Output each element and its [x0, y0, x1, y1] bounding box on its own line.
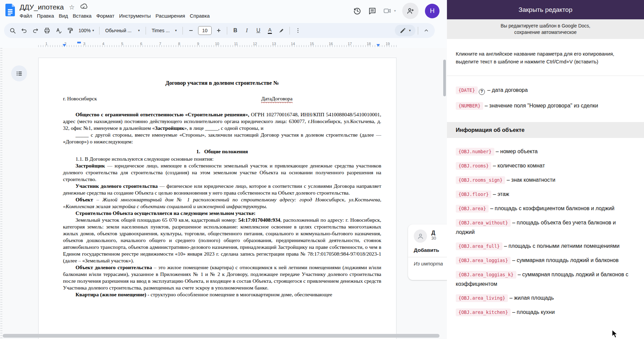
comment-author-avatar: [414, 230, 427, 243]
menu-item[interactable]: Формат: [94, 12, 116, 19]
param-chip[interactable]: {OBJ.area_kitchen}: [456, 308, 511, 316]
document-paragraph[interactable]: Общество с ограниченной ответственностью…: [63, 111, 381, 132]
param-row: {NUMBER} – значение поля "Номер договора…: [456, 101, 635, 111]
bold-button[interactable]: B: [230, 25, 241, 36]
search-menus-icon[interactable]: [7, 25, 18, 36]
redo-button[interactable]: [30, 25, 41, 36]
contract-city[interactable]: г. Новосибирск: [63, 95, 97, 102]
right-indent-marker[interactable]: [377, 44, 380, 47]
comment-add-button[interactable]: Добавить: [414, 247, 447, 253]
share-button[interactable]: [402, 3, 418, 19]
param-description: – дата договора: [487, 87, 528, 93]
menu-item[interactable]: Вид: [57, 12, 70, 19]
star-icon[interactable]: ☆: [69, 4, 74, 11]
document-paragraph[interactable]: Земельный участок общей площадью 65 070 …: [63, 217, 381, 264]
param-chip[interactable]: {OBJ.rooms_sign}: [456, 176, 505, 184]
underline-button[interactable]: U: [253, 25, 264, 36]
param-description: – суммарная площадь лоджий и балконов: [512, 257, 619, 263]
cloud-saved-icon[interactable]: [80, 3, 88, 11]
param-description: – количество комнат: [493, 163, 545, 168]
contract-date-placeholder[interactable]: ДатаДоговора: [261, 95, 293, 102]
comments-icon[interactable]: [368, 7, 377, 15]
highlight-color-icon[interactable]: [276, 25, 287, 36]
document-page[interactable]: Договор участия в долевом строительстве …: [38, 58, 396, 339]
menu-item[interactable]: Правка: [35, 12, 57, 19]
vertical-scrollbar[interactable]: [443, 60, 446, 96]
document-paragraph[interactable]: Объект – Жилой многоквартирный дом № 1 р…: [63, 196, 381, 210]
italic-button[interactable]: I: [241, 25, 253, 36]
font-size-input[interactable]: 10: [198, 26, 212, 35]
object-params-list: {OBJ.number} – номер объекта {OBJ.rooms}…: [456, 147, 635, 317]
meet-video-call-button[interactable]: ▾: [383, 6, 396, 15]
param-row: {OBJ.floor} – этаж: [456, 190, 635, 199]
contract-title[interactable]: Договор участия в долевом строительстве …: [63, 80, 381, 86]
document-paragraph[interactable]: 1. Общие положения: [63, 148, 381, 155]
document-paragraph[interactable]: _____ с другой стороны, вместе именуемые…: [63, 132, 381, 145]
comment-card[interactable]: Д 30 Добавить Из импорта: [408, 224, 447, 280]
menu-bar: ФайлПравкаВидВставкаФорматИнструментыРас…: [17, 12, 212, 19]
panel-divider: [447, 76, 644, 76]
menu-item[interactable]: Файл: [17, 12, 35, 19]
param-chip[interactable]: {OBJ.area_full}: [456, 242, 502, 250]
meet-dropdown-caret[interactable]: ▾: [394, 9, 396, 13]
param-chip[interactable]: {DATE}: [456, 86, 478, 94]
param-chip[interactable]: {OBJ.area_without}: [456, 219, 511, 227]
google-docs-logo-icon[interactable]: [5, 4, 15, 16]
panel-subtitle-line1: Вы редактируете шаблон в Google Docs,: [500, 23, 590, 29]
paragraph-styles-select[interactable]: Обычный ... ▾: [102, 25, 143, 36]
param-chip[interactable]: {OBJ.floor}: [456, 191, 491, 198]
left-indent-marker[interactable]: [63, 44, 66, 47]
show-outline-button[interactable]: [11, 65, 27, 81]
toolbar-separator: [99, 27, 100, 35]
increase-font-size-button[interactable]: [213, 25, 224, 36]
document-paragraph[interactable]: Объект долевого строительства – это жило…: [63, 264, 381, 291]
horizontal-ruler: 12345678910111213141516171819: [0, 40, 447, 48]
menu-item[interactable]: Расширения: [153, 12, 187, 19]
styles-caret: ▾: [138, 29, 140, 32]
document-paragraph[interactable]: Застройщик — юридическое лицо, имеющее в…: [63, 162, 381, 183]
google-docs-app: ДДУ_ипотека ☆ ФайлПравкаВидВставкаФормат…: [0, 0, 447, 339]
document-title[interactable]: ДДУ_ипотека: [20, 3, 64, 11]
menu-item[interactable]: Вставка: [70, 12, 94, 19]
print-button[interactable]: [41, 25, 53, 36]
param-chip[interactable]: {OBJ.area_living}: [456, 294, 508, 302]
param-chip[interactable]: {OBJ.number}: [456, 148, 494, 156]
document-paragraph[interactable]: Квартира (жилое помещение) - структурно …: [63, 291, 381, 298]
paint-format-icon[interactable]: [64, 25, 76, 36]
toolbar: 100% ▾ Обычный ... ▾ Times ... ▾ 10 B I …: [4, 23, 435, 38]
param-row: {OBJ.area} – площадь с коэффициентом бал…: [456, 204, 635, 213]
help-icon[interactable]: ?: [479, 89, 485, 95]
menu-item[interactable]: Справка: [188, 12, 212, 19]
editing-mode-caret: ▾: [409, 29, 411, 32]
font-select[interactable]: Times ... ▾: [148, 25, 180, 36]
param-chip[interactable]: {OBJ.area_loggias}: [456, 257, 511, 264]
mouse-cursor: [611, 330, 619, 339]
param-chip[interactable]: {OBJ.area}: [456, 205, 489, 213]
document-paragraph[interactable]: 1.1. В Договоре используются следующие о…: [63, 156, 381, 162]
version-history-icon[interactable]: [353, 6, 362, 15]
document-paragraph[interactable]: Участник долевого строительства — физиче…: [63, 183, 381, 196]
undo-button[interactable]: [18, 25, 30, 36]
document-paragraph[interactable]: Строительство Объекта осуществляется на …: [63, 210, 381, 217]
editing-mode-select[interactable]: ▾: [395, 25, 415, 36]
vertical-ruler: [0, 48, 2, 339]
param-chip[interactable]: {OBJ.area_loggias_k}: [456, 271, 516, 279]
horizontal-scrollbar[interactable]: [3, 334, 439, 338]
text-color-button[interactable]: A: [264, 25, 276, 36]
close-editor-button[interactable]: Закрыть редактор: [447, 0, 644, 19]
zoom-select[interactable]: 100% ▾: [76, 25, 97, 36]
panel-subtitle-line2: сохранение автоматическое: [514, 29, 577, 36]
comment-timestamp: 30: [431, 236, 436, 241]
more-options-icon[interactable]: [292, 25, 304, 36]
section-title: Информация об объекте: [447, 122, 644, 138]
first-line-indent-marker[interactable]: [77, 42, 81, 43]
hide-menus-icon[interactable]: [421, 25, 432, 36]
param-chip[interactable]: {OBJ.rooms}: [456, 162, 491, 170]
deal-params-list: {DATE}? – дата договора {NUMBER} – значе…: [456, 85, 635, 111]
decrease-font-size-button[interactable]: [185, 25, 197, 36]
param-chip[interactable]: {NUMBER}: [456, 102, 483, 110]
menu-item[interactable]: Инструменты: [117, 12, 153, 19]
spell-check-icon[interactable]: [53, 25, 64, 36]
param-description: – площадь с полными летними помещениями: [504, 243, 619, 249]
account-avatar[interactable]: H: [425, 4, 439, 18]
